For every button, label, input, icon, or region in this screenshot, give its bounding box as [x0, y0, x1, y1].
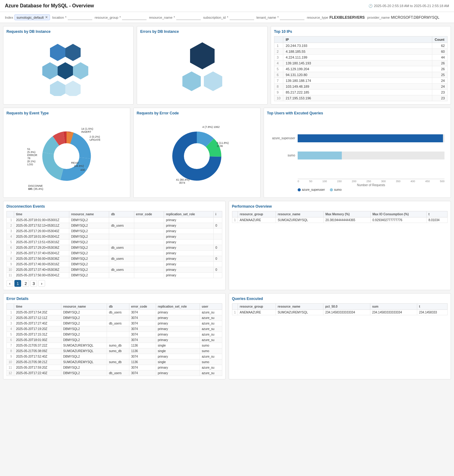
user-cell: azure_su [200, 332, 222, 337]
log-pct: (8.1%) [27, 160, 36, 163]
rn-cell: DBMYSQL2 [61, 321, 107, 326]
t-cell: 234.1458333 [417, 310, 447, 315]
db-cell [107, 365, 129, 370]
user-cell: azure_su [200, 310, 222, 315]
code-3074-label: 41 (80.4%) [176, 178, 189, 181]
row-2: Requests by Event Type [3, 108, 451, 198]
db-cell [109, 234, 134, 240]
tenant-name-filter: tenant_name * [257, 15, 305, 20]
log-label: 78 [27, 157, 30, 160]
location-input[interactable] [68, 15, 92, 20]
role-cell: primary [156, 354, 200, 359]
row-num: 5 [7, 332, 14, 337]
table-row: 10217.195.153.19623 [274, 95, 447, 101]
time-cell: 2025-05-20T17:29:20+053036Z [14, 245, 69, 251]
error-details-wrapper[interactable]: time resource_name db error_code replica… [6, 303, 222, 376]
error-details-title: Error Details [6, 297, 222, 301]
err-col-db: db [107, 304, 129, 310]
queries-table: resource_group resource_name pct_50.0 su… [232, 303, 448, 315]
next-page-btn[interactable]: › [38, 280, 45, 287]
performance-table-wrapper[interactable]: resource_group resource_name Max Memory … [232, 211, 448, 223]
row-num: 9 [7, 354, 14, 359]
table-row: 52025-05-20T17:15:31ZDBMYSQL23074primary… [7, 332, 222, 337]
col-ip: IP [283, 36, 432, 43]
resource-cell: DBMYSQL2 [69, 245, 109, 251]
table-row: 62025-05-20T17:29:20+053036ZDBMYSQL2db_u… [7, 245, 222, 251]
perf-col-t: t [426, 211, 447, 217]
x-ticks: 0 50 100 150 200 250 300 350 400 450 500 [298, 179, 444, 183]
time-cell: 2025-05-20T17:37:40+053041Z [14, 251, 69, 256]
subscription-id-input[interactable] [230, 15, 254, 20]
clock-icon: 🕐 [368, 4, 373, 8]
err-col-rn: resource_name [61, 304, 107, 310]
rn-cell: DBMYSQL2 [61, 326, 107, 332]
table-row: 112025-05-20T17:56:00+053041ZDBMYSQL2pri… [7, 273, 222, 278]
read-text-label: READ [71, 161, 79, 164]
hex-7 [65, 81, 81, 96]
hex-small-left [182, 71, 201, 91]
error-cell [134, 267, 164, 273]
time-cell: 2025-05-20T17:54:20Z [14, 310, 61, 315]
x-axis: 0 50 100 150 200 250 300 350 400 450 500… [270, 179, 444, 187]
resource-cell: DBMYSQL2 [69, 223, 109, 228]
remove-index-icon[interactable]: ✕ [45, 15, 48, 19]
sum-cell: 234.14583333333334 [370, 310, 417, 315]
count-cell: 26 [432, 66, 447, 72]
page-1-btn[interactable]: 1 [14, 280, 21, 287]
page-2-btn[interactable]: 2 [22, 280, 29, 287]
error-cell [134, 234, 164, 240]
table-row: 7139.180.188.17424 [274, 78, 447, 84]
table-row: 52025-05-20T17:13:51+053016ZDBMYSQL2prim… [7, 240, 222, 245]
code-cell: 3074 [129, 337, 156, 343]
role-cell: primary [164, 223, 213, 228]
error-donut-hole [184, 143, 210, 169]
resource-name-input[interactable] [176, 15, 201, 20]
resource-group-input[interactable] [122, 15, 147, 20]
role-cell: single [156, 348, 200, 354]
resource-cell: DBMYSQL2 [69, 251, 109, 256]
errors-by-db-panel: Errors by DB Instance [137, 26, 267, 105]
role-cell: primary [156, 326, 200, 332]
time-cell: 2025-05-21T05:37:22Z [14, 343, 61, 348]
index-tag[interactable]: sumologic_default ✕ [14, 14, 50, 20]
io-cell: 0.9293402777777776 [371, 217, 427, 223]
row-num: 5 [274, 66, 283, 72]
tenant-name-input[interactable] [280, 15, 304, 20]
user-cell: azure_su [200, 365, 222, 370]
role-cell: primary [164, 273, 213, 278]
subscription-id-filter: subscription_id * [203, 15, 254, 20]
i-cell [213, 251, 222, 256]
disconnection-table-wrapper[interactable]: time resource_name db error_code replica… [6, 211, 222, 278]
table-row: 22025-05-20T17:52:13+053011ZDBMYSQL2db_u… [7, 223, 222, 228]
count-cell: 23 [432, 95, 447, 101]
queries-table-wrapper[interactable]: resource_group resource_name pct_50.0 su… [232, 303, 448, 315]
top-users-title: Top Users with Excuted Queries [267, 111, 448, 115]
requests-hex-chart [6, 36, 130, 98]
legend-azure: azure_superuser [298, 188, 325, 191]
time-cell: 2025-05-20T17:56:00+053036Z [14, 256, 69, 262]
error-cell [134, 240, 164, 245]
rg-cell: ANEMAAZURE [238, 217, 276, 223]
count-cell: 25 [432, 72, 447, 78]
db-cell: db_users [109, 245, 134, 251]
page-3-btn[interactable]: 3 [30, 280, 37, 287]
prev-page-btn[interactable]: ‹ [6, 280, 13, 287]
q-col-rn: resource_name [276, 304, 323, 310]
code-cell: 3074 [129, 315, 156, 321]
queries-executed-panel: Queries Executed resource_group resource… [229, 293, 451, 379]
top-users-chart: azure_superuser sumo [267, 118, 448, 194]
read-pct-label: (44.6%) [74, 164, 84, 167]
hex-3 [42, 62, 58, 79]
error-cell [134, 223, 164, 228]
disconnection-events-panel: Disconnection Events time resource_name … [3, 201, 226, 290]
top-ips-table: IP Count 120.244.73.1936224.188.185.5560… [274, 36, 448, 101]
row-3: Disconnection Events time resource_name … [3, 201, 451, 290]
resource-cell: DBMYSQL2 [69, 262, 109, 267]
code-cell: 3074 [129, 370, 156, 376]
perf-col-mem: Max Memory (%) [323, 211, 370, 217]
hex-4 [58, 62, 73, 79]
i-cell: 0 [213, 256, 222, 262]
table-row: 694.131.120.8025 [274, 72, 447, 78]
disconnection-pagination: ‹ 1 2 3 › [6, 280, 222, 287]
resource-cell: DBMYSQL2 [69, 273, 109, 278]
